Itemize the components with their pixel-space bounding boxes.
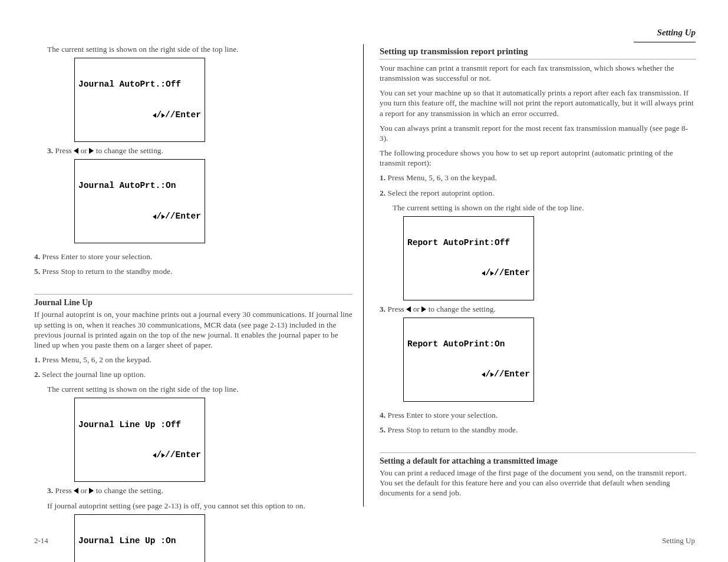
page-number-right: Setting Up — [662, 536, 695, 546]
column-divider — [363, 44, 364, 507]
left-arrow-icon — [74, 148, 78, 154]
right-arrow-icon — [421, 306, 426, 312]
rpt-para1: Your machine can print a transmit report… — [380, 63, 696, 83]
right-arrow-icon — [162, 453, 165, 458]
lcd-line1: Report AutoPrint:Off — [407, 238, 530, 248]
step3-press-line: 3. Press or to change the setting. — [47, 146, 353, 156]
lu-step1: 1. Press Menu, 5, 6, 2 on the keypad. — [34, 355, 353, 365]
lcd-line2: ///Enter — [78, 211, 201, 222]
right-arrow-icon — [490, 372, 494, 377]
lu-note: If journal autoprint setting (see page 2… — [47, 501, 353, 511]
lcd-journal-lineup-on: Journal Line Up :On ///Enter — [74, 514, 205, 562]
rpt-para3: You can always print a transmit report f… — [380, 123, 696, 143]
intro-text: The current setting is shown on the righ… — [47, 44, 353, 54]
rpt-intro: The current setting is shown on the righ… — [393, 203, 696, 213]
rpt-step3-press-line: 3. Press or to change the setting. — [380, 304, 696, 314]
page-number-left: 2-14 — [34, 536, 48, 546]
attach-image-para: You can print a reduced image of the fir… — [380, 468, 696, 498]
left-column: The current setting is shown on the righ… — [34, 44, 353, 507]
left-arrow-icon — [482, 271, 485, 276]
left-arrow-icon — [153, 113, 156, 118]
right-arrow-icon — [162, 214, 165, 219]
lcd-journal-autoprint-off: Journal AutoPrt.:Off ///Enter — [74, 58, 205, 142]
report-autoprint-heading: Setting up transmission report printing — [380, 47, 696, 57]
left-arrow-icon — [406, 306, 411, 312]
lcd-line2: ///Enter — [407, 369, 530, 379]
lcd-line1: Journal Line Up :Off — [78, 420, 201, 430]
left-arrow-icon — [482, 372, 485, 377]
lcd-line1: Journal AutoPrt.:Off — [78, 80, 201, 90]
journal-line-up-heading: Journal Line Up — [34, 298, 353, 308]
lu-intro: The current setting is shown on the righ… — [47, 384, 353, 394]
rpt-para4: The following procedure shows you how to… — [380, 148, 696, 168]
rpt-step4: 4. Press Enter to store your selection. — [380, 410, 696, 420]
left-arrow-icon — [74, 488, 78, 494]
lcd-report-autoprint-off: Report AutoPrint:Off ///Enter — [403, 216, 534, 300]
lcd-report-autoprint-on: Report AutoPrint:On ///Enter — [403, 318, 534, 402]
lcd-line2: ///Enter — [78, 450, 201, 460]
right-arrow-icon — [89, 148, 94, 154]
right-arrow-icon — [89, 488, 94, 494]
step4: 4. Press Enter to store your selection. — [34, 252, 353, 262]
lcd-line1: Journal AutoPrt.:On — [78, 181, 201, 191]
left-arrow-icon — [153, 453, 156, 458]
step5: 5. Press Stop to return to the standby m… — [34, 266, 353, 276]
lcd-journal-lineup-off: Journal Line Up :Off ///Enter — [74, 398, 205, 482]
left-arrow-icon — [153, 214, 156, 219]
section-rule — [380, 59, 696, 59]
right-arrow-icon — [162, 113, 165, 118]
lcd-journal-autoprint-on: Journal AutoPrt.:On ///Enter — [74, 159, 205, 243]
journal-line-up-para: If journal autoprint is on, your machine… — [34, 309, 353, 350]
rpt-para2: You can set your machine up so that it a… — [380, 88, 696, 118]
rpt-step1: 1. Press Menu, 5, 6, 3 on the keypad. — [380, 173, 696, 183]
lu-step3-press-line: 3. Press or to change the setting. — [47, 485, 353, 495]
section-rule — [34, 294, 353, 295]
lcd-line2: ///Enter — [407, 268, 530, 278]
right-arrow-icon — [490, 271, 494, 276]
header-section-label: Setting Up — [657, 28, 696, 38]
lu-step2: 2. Select the journal line up option. — [34, 369, 353, 379]
section-rule — [380, 452, 696, 453]
lcd-line2: ///Enter — [78, 110, 201, 120]
attach-image-heading: Setting a default for attaching a transm… — [380, 457, 696, 466]
lcd-line1: Report AutoPrint:On — [407, 339, 530, 349]
right-column: Setting up transmission report printing … — [380, 44, 696, 507]
rpt-step2: 2. Select the report autoprint option. — [380, 188, 696, 198]
lcd-line1: Journal Line Up :On — [78, 536, 201, 546]
header-rule — [634, 42, 696, 42]
rpt-step5: 5. Press Stop to return to the standby m… — [380, 425, 696, 435]
